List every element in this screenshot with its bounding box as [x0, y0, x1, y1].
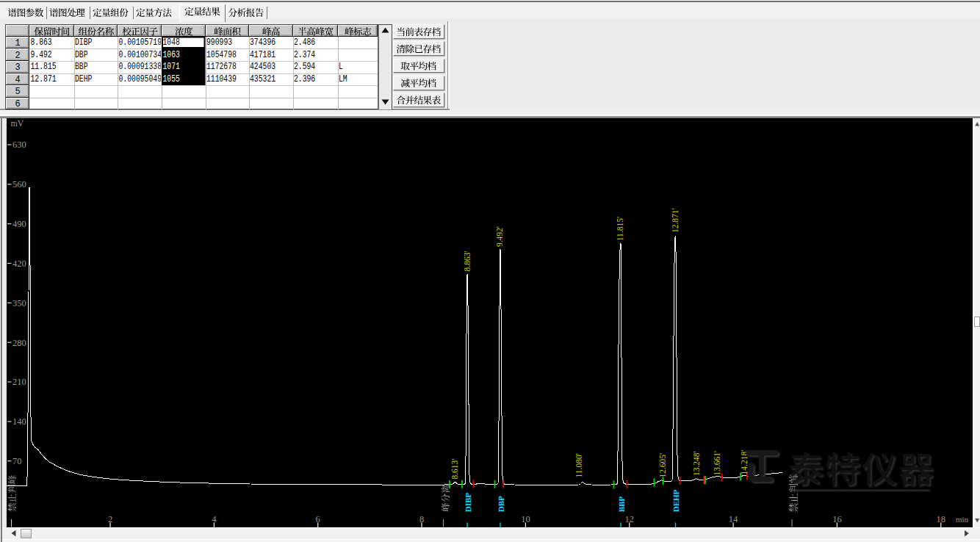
svg-text:DEHP: DEHP: [671, 489, 680, 512]
svg-text:490: 490: [12, 219, 26, 229]
svg-text:280: 280: [12, 338, 26, 348]
svg-text:1: 1: [15, 38, 20, 48]
svg-text:L: L: [339, 62, 343, 72]
svg-text:DIBP: DIBP: [75, 37, 92, 48]
svg-text:LM: LM: [339, 74, 347, 84]
svg-text:BBP: BBP: [75, 62, 88, 72]
svg-text:2.486: 2.486: [294, 37, 315, 48]
svg-text:8.863': 8.863': [463, 251, 472, 272]
svg-text:0.00095049: 0.00095049: [119, 74, 162, 84]
svg-text:DIBP: DIBP: [464, 493, 472, 513]
svg-text:5: 5: [15, 87, 20, 97]
svg-text:12.605': 12.605': [658, 453, 667, 478]
svg-text:13.661': 13.661': [713, 451, 721, 476]
svg-text:10: 10: [521, 514, 530, 524]
svg-text:0.00100734: 0.00100734: [119, 50, 162, 60]
svg-text:mV: mV: [11, 118, 24, 129]
svg-text:4: 4: [212, 514, 217, 524]
svg-text:420: 420: [12, 259, 26, 269]
svg-text:18: 18: [937, 514, 946, 524]
svg-text:9.492: 9.492: [31, 50, 52, 60]
svg-text:11.815: 11.815: [31, 62, 57, 72]
svg-text:0.00091338: 0.00091338: [119, 62, 162, 72]
svg-text:210: 210: [12, 377, 26, 387]
svg-text:350: 350: [12, 298, 26, 308]
svg-text:11.080': 11.080': [574, 453, 583, 477]
svg-text:BBP: BBP: [617, 496, 626, 513]
svg-text:990993: 990993: [206, 37, 232, 48]
svg-text:2.396: 2.396: [294, 74, 315, 84]
svg-text:2: 2: [15, 51, 20, 61]
svg-text:0.00105719: 0.00105719: [119, 37, 162, 48]
svg-text:12.871': 12.871': [671, 208, 680, 233]
svg-text:12: 12: [625, 514, 635, 524]
svg-text:1063: 1063: [163, 50, 180, 60]
svg-text:1048: 1048: [163, 37, 180, 48]
svg-text:13.248': 13.248': [692, 451, 701, 476]
svg-text:9.492': 9.492': [495, 226, 504, 247]
svg-text:DEHP: DEHP: [75, 74, 92, 84]
svg-text:435321: 435321: [250, 74, 275, 84]
svg-text:min: min: [956, 515, 969, 524]
svg-text:374396: 374396: [250, 37, 275, 48]
svg-text:140: 140: [12, 416, 26, 427]
svg-text:14: 14: [729, 514, 738, 524]
svg-text:630: 630: [12, 140, 26, 150]
svg-text:1172678: 1172678: [206, 62, 237, 72]
svg-text:16: 16: [832, 514, 842, 524]
svg-text:1071: 1071: [163, 62, 180, 72]
svg-text:6: 6: [15, 99, 20, 109]
svg-text:11.815': 11.815': [616, 217, 624, 241]
svg-text:1054798: 1054798: [206, 50, 237, 60]
svg-text:1110439: 1110439: [206, 74, 237, 84]
svg-text:8.613': 8.613': [450, 459, 459, 480]
svg-text:4: 4: [15, 75, 20, 85]
svg-text:424503: 424503: [250, 62, 275, 72]
svg-text:8.863: 8.863: [31, 37, 52, 48]
svg-text:2: 2: [108, 514, 112, 524]
svg-text:560: 560: [12, 179, 26, 189]
svg-text:12.871: 12.871: [31, 74, 57, 84]
svg-text:DBP: DBP: [497, 496, 505, 512]
svg-text:3: 3: [15, 62, 20, 73]
svg-text:2.594: 2.594: [294, 62, 315, 72]
svg-text:6: 6: [316, 514, 320, 524]
svg-text:DBP: DBP: [75, 50, 88, 60]
svg-text:70: 70: [12, 456, 22, 466]
svg-text:2.374: 2.374: [294, 50, 315, 60]
svg-text:1055: 1055: [163, 74, 180, 84]
svg-text:8: 8: [419, 514, 424, 524]
svg-text:417181: 417181: [250, 50, 275, 60]
